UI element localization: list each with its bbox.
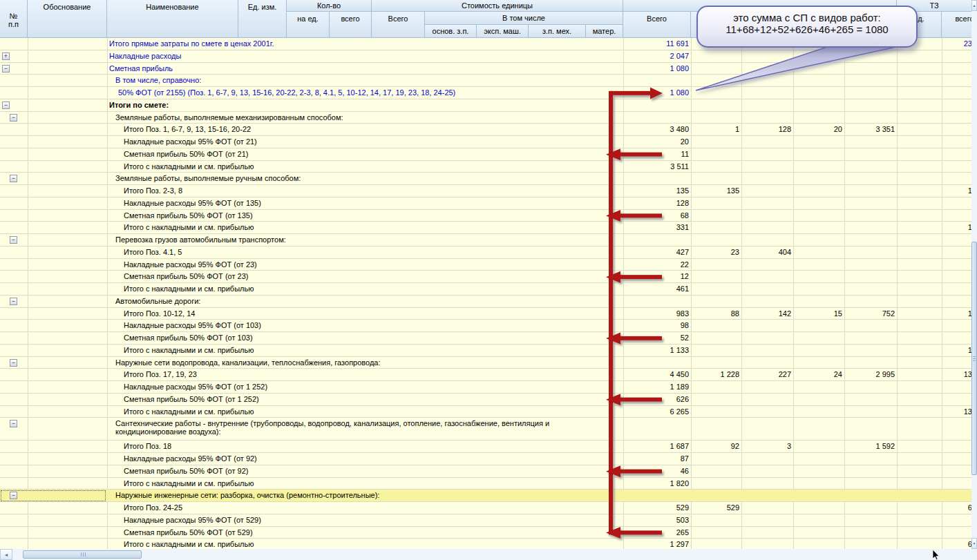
row-label: Итоги по смете: — [109, 101, 169, 109]
grid-row-section[interactable]: −Наружные сети водопровода, канализации,… — [0, 357, 971, 369]
grid-row-section[interactable]: −Итоги по смете: — [0, 99, 971, 112]
scroll-up-button[interactable]: ▲ — [971, 0, 977, 11]
grid-row[interactable]: Итого Поз. 2-3, 813513510 — [0, 185, 971, 197]
cell-total: 2 047 — [623, 52, 691, 60]
collapse-button[interactable]: − — [10, 236, 17, 244]
col-header-name: Наименование — [107, 0, 238, 38]
thumb-grip — [85, 552, 86, 557]
grid-row[interactable]: Итого с накладными и см. прибылью6 26513… — [0, 406, 971, 418]
collapse-button[interactable]: − — [10, 492, 17, 499]
grid-row[interactable]: Накладные расходы 95% ФОТ (от 21)20 — [0, 136, 971, 148]
col-header-tz-total: всего — [942, 12, 971, 38]
grid-row-section[interactable]: −Наружные инженерные сети: разборка, очи… — [0, 490, 971, 502]
row-label: Сметная прибыль 50% ФОТ (от 23) — [124, 272, 248, 280]
scroll-down-button[interactable]: ▼ — [971, 538, 977, 549]
scroll-left-icon: ◄ — [4, 552, 9, 557]
col-header-basic-wage: основ. з.п. — [425, 25, 477, 38]
cell-total: 11 — [623, 150, 691, 158]
row-label: Накладные расходы 95% ФОТ (от 92) — [124, 454, 257, 463]
cell-total: 98 — [623, 321, 691, 329]
grid-row[interactable]: Сметная прибыль 50% ФОТ (от 23)12 — [0, 271, 971, 283]
grid-row[interactable]: Накладные расходы 95% ФОТ (от 103)98 — [0, 320, 971, 332]
cell-tz: 134 — [942, 370, 971, 378]
grid-row[interactable]: Сметная прибыль 50% ФОТ (от 103)52 — [0, 332, 971, 345]
horizontal-scrollbar[interactable] — [0, 549, 977, 560]
cell-total: 983 — [623, 309, 691, 318]
callout-line1: это сумма с СП с видов работ: — [698, 12, 916, 23]
grid-row[interactable]: Сметная прибыль 50% ФОТ (от 529)265 — [0, 527, 971, 539]
row-label: Земляные работы, выполняемые механизиров… — [115, 113, 343, 122]
grid-row[interactable]: Итого с накладными и см. прибылью1 13310 — [0, 345, 971, 357]
cell-oz: 1 228 — [691, 370, 741, 378]
collapse-button[interactable]: − — [2, 102, 10, 109]
row-label: Земляные работы, выполняемые ручным спос… — [115, 174, 301, 182]
grid-row[interactable]: Итого Поз. 24-2552952967 — [0, 502, 971, 514]
horizontal-scrollbar-thumb[interactable] — [23, 550, 142, 559]
row-label: Сметная прибыль 50% ФОТ (от 92) — [124, 467, 248, 475]
collapse-button[interactable]: − — [10, 114, 17, 122]
grid-row[interactable]: Итого Поз. 17, 19, 234 4501 228227242 99… — [0, 369, 971, 381]
col-header-unit: Ед. изм. — [238, 0, 287, 38]
collapse-button[interactable]: − — [10, 298, 17, 305]
grid-row[interactable]: Итого с накладными и см. прибылью461 — [0, 283, 971, 296]
grid-row[interactable]: Итого с накладными и см. прибылью33110 — [0, 222, 971, 234]
cell-total: 12 — [623, 272, 691, 280]
thumb-grip — [973, 356, 976, 357]
grid-row[interactable]: Сметная прибыль 50% ФОТ (от 135)68 — [0, 210, 971, 222]
grid-row[interactable]: Накладные расходы 95% ФОТ (от 135)128 — [0, 197, 971, 210]
cell-em: 404 — [741, 248, 793, 256]
thumb-grip — [81, 552, 82, 557]
vertical-scrollbar-thumb[interactable] — [971, 242, 977, 475]
grid-row[interactable]: Итого с накладными и см. прибылью1 29767 — [0, 539, 971, 549]
grid-row-section[interactable]: −Сметная прибыль1 080 — [0, 63, 971, 75]
grid-row[interactable]: Сметная прибыль 50% ФОТ (от 21)11 — [0, 148, 971, 161]
row-label: Итого с накладными и см. прибылью — [124, 223, 254, 231]
grid-row-section[interactable]: −Земляные работы, выполняемые механизиро… — [0, 112, 971, 124]
collapse-button[interactable]: − — [2, 65, 10, 73]
cell-oz: 1 — [691, 125, 741, 133]
grid-row[interactable]: Накладные расходы 95% ФОТ (от 1 252)1 18… — [0, 381, 971, 394]
estimate-rows-area: Итого прямые затраты по смете в ценах 20… — [0, 38, 971, 549]
grid-row[interactable]: Итого Поз. 4.1, 542723404 — [0, 247, 971, 259]
collapse-button[interactable]: − — [10, 359, 17, 367]
grid-row[interactable]: Сметная прибыль 50% ФОТ (от 92)46 — [0, 465, 971, 478]
grid-row[interactable]: 50% ФОТ (от 2155) (Поз. 1, 6-7, 9, 13, 1… — [0, 87, 971, 99]
cell-mat: 1 592 — [844, 442, 897, 450]
row-label: Наружные сети водопровода, канализации, … — [115, 358, 381, 367]
cell-zm: 24 — [793, 370, 844, 378]
cell-total: 1 687 — [623, 442, 691, 450]
grid-row-section[interactable]: −Автомобильные дороги: — [0, 296, 971, 308]
row-label: Сметная прибыль 50% ФОТ (от 529) — [124, 528, 253, 537]
collapse-button[interactable]: − — [10, 175, 17, 182]
cell-total: 1 820 — [623, 479, 691, 487]
cell-total: 6 265 — [623, 407, 691, 416]
grid-row[interactable]: Итого Поз. 10-12, 14983881421575210 — [0, 308, 971, 320]
grid-row[interactable]: Накладные расходы 95% ФОТ (от 529)503 — [0, 514, 971, 527]
grid-row-section[interactable]: −Земляные работы, выполняемые ручным спо… — [0, 173, 971, 185]
row-label: Итого Поз. 17, 19, 23 — [124, 370, 197, 378]
grid-row[interactable]: Итого Поз. 181 6879231 5929 — [0, 441, 971, 453]
grid-row[interactable]: Сметная прибыль 50% ФОТ (от 1 252)626 — [0, 394, 971, 406]
row-label: Накладные расходы 95% ФОТ (от 21) — [124, 137, 257, 146]
grid-row[interactable]: Накладные расходы 95% ФОТ (от 92)87 — [0, 453, 971, 465]
collapse-button[interactable]: − — [10, 420, 17, 427]
row-label: Накладные расходы 95% ФОТ (от 103) — [124, 321, 261, 329]
thumb-grip — [973, 358, 976, 359]
col-header-qty-total: всего — [330, 12, 372, 38]
scroll-left-button[interactable]: ◄ — [0, 549, 12, 560]
thumb-grip — [973, 360, 976, 361]
cell-total: 3 511 — [623, 162, 691, 171]
row-label: Сантехнические работы - внутренние (труб… — [115, 419, 549, 436]
grid-row[interactable]: Итого с накладными и см. прибылью1 8209 — [0, 478, 971, 490]
grid-row-section[interactable]: −Сантехнические работы - внутренние (тру… — [0, 418, 971, 441]
grid-row[interactable]: Итого Поз. 1, 6-7, 9, 13, 15-16, 20-223 … — [0, 124, 971, 136]
grid-row[interactable]: Итого с накладными и см. прибылью3 5110 — [0, 161, 971, 173]
grid-row[interactable]: Накладные расходы 95% ФОТ (от 23)22 — [0, 259, 971, 271]
cell-total: 529 — [623, 503, 691, 512]
expand-button[interactable]: + — [2, 52, 10, 60]
cell-oz: 23 — [691, 248, 741, 256]
grid-row-section[interactable]: +Накладные расходы2 047 — [0, 50, 971, 63]
grid-row[interactable]: В том числе, справочно: — [0, 75, 971, 87]
grid-row-section[interactable]: −Перевозка грузов автомобильным транспор… — [0, 234, 971, 247]
cell-total: 427 — [623, 248, 691, 256]
